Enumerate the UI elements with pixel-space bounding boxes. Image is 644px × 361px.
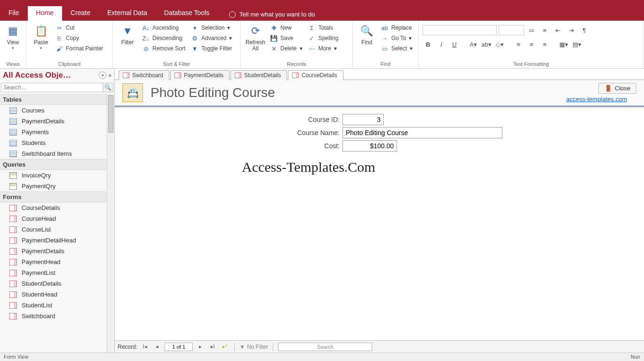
remove-sort-button[interactable]: ⊘Remove Sort — [140, 43, 187, 54]
nav-cat-queries[interactable]: Queries⌃ — [0, 159, 114, 170]
selection-button[interactable]: ▾Selection ▾ — [189, 23, 234, 33]
nav-item-courselist[interactable]: CourseList — [0, 224, 114, 235]
website-link[interactable]: access-templates.com — [566, 96, 627, 103]
copy-button[interactable]: ⎘Copy — [54, 33, 105, 43]
numbering-button[interactable]: ≡ — [539, 24, 550, 36]
select-button[interactable]: ▭Select ▾ — [379, 43, 414, 54]
nav-item-paymentlist[interactable]: PaymentList — [0, 267, 114, 278]
paste-button[interactable]: 📋 Paste ▾ — [30, 23, 52, 50]
totals-button[interactable]: ΣTotals — [306, 23, 341, 33]
align-left-button[interactable]: ≡ — [513, 39, 524, 50]
new-record-button[interactable]: ▸* — [220, 343, 230, 351]
nav-cat-forms[interactable]: Forms⌃ — [0, 192, 114, 202]
indent-decrease-button[interactable]: ⇤ — [552, 24, 564, 36]
view-button[interactable]: ▦ View ▾ — [4, 23, 22, 50]
descending-button[interactable]: Z↓Descending — [140, 33, 187, 43]
nav-item-students[interactable]: Students — [0, 137, 114, 148]
format-painter-button[interactable]: 🖌Format Painter — [54, 43, 105, 54]
tab-database-tools[interactable]: Database Tools — [156, 6, 218, 21]
tab-create[interactable]: Create — [62, 6, 99, 21]
underline-button[interactable]: U — [449, 39, 460, 50]
course-id-field[interactable] — [342, 114, 384, 125]
advanced-icon: ⚙ — [191, 35, 199, 42]
nav-search-input[interactable] — [1, 83, 103, 92]
nav-item-studentdetails[interactable]: StudentDetails — [0, 278, 114, 289]
save-button[interactable]: 💾Save — [268, 33, 304, 43]
nav-item-courses[interactable]: Courses — [0, 105, 114, 116]
font-family-combo[interactable] — [422, 25, 497, 35]
find-button[interactable]: 🔍 Find — [357, 23, 377, 46]
nav-item-coursehead[interactable]: CourseHead — [0, 213, 114, 224]
doc-tab-switchboard[interactable]: Switchboard — [119, 70, 169, 80]
bullets-button[interactable]: ≔ — [526, 24, 537, 36]
new-button[interactable]: ✚New — [268, 23, 304, 33]
nav-item-studenthead[interactable]: StudentHead — [0, 289, 114, 300]
nav-item-paymentqry[interactable]: PaymentQry — [0, 181, 114, 192]
doc-tab-studentdetails[interactable]: StudentDetails — [231, 70, 287, 80]
nav-search-button[interactable]: 🔍 — [103, 83, 113, 92]
close-button[interactable]: 🚪Close — [598, 83, 636, 94]
nav-dropdown-icon[interactable]: ▾ — [99, 72, 106, 79]
nav-collapse-button[interactable]: « — [108, 72, 111, 79]
last-record-button[interactable]: ▸I — [208, 343, 217, 351]
text-direction-button[interactable]: ¶ — [579, 24, 590, 36]
nav-item-paymentdetailhead[interactable]: PaymentDetailHead — [0, 235, 114, 246]
nav-item-paymentdetails[interactable]: PaymentDetails — [0, 246, 114, 257]
record-search-input[interactable] — [278, 343, 372, 351]
spelling-button[interactable]: ✓Spelling — [306, 33, 341, 43]
filter-indicator[interactable]: ▼No Filter — [239, 344, 268, 350]
doc-tab-paymentdetails[interactable]: PaymentDetails — [170, 70, 230, 80]
document-tabs: SwitchboardPaymentDetailsStudentDetailsC… — [115, 69, 644, 80]
record-position-field[interactable] — [165, 343, 193, 351]
cut-label: Cut — [66, 24, 75, 31]
scrollbar-thumb[interactable] — [108, 95, 113, 133]
cost-field[interactable] — [342, 140, 397, 152]
nav-item-switchboard items[interactable]: Switchboard Items — [0, 148, 114, 159]
refresh-all-button[interactable]: ⟳ Refresh All — [245, 23, 266, 52]
nav-title[interactable]: All Access Obje… — [3, 71, 99, 80]
course-name-field[interactable] — [342, 127, 502, 138]
next-record-button[interactable]: ▸ — [196, 343, 205, 351]
font-color-button[interactable]: A▾ — [468, 39, 479, 50]
align-right-button[interactable]: ≡ — [539, 39, 550, 50]
nav-scrollbar[interactable] — [107, 94, 114, 353]
tab-external-data[interactable]: External Data — [99, 6, 156, 21]
doc-tab-coursedetails[interactable]: CourseDetails — [288, 70, 343, 80]
font-size-combo[interactable] — [499, 25, 524, 35]
cut-button[interactable]: ✂Cut — [54, 23, 105, 33]
nav-item-studentlist[interactable]: StudentList — [0, 300, 114, 311]
prev-record-button[interactable]: ◂ — [152, 343, 162, 351]
ascending-button[interactable]: A↓Ascending — [140, 23, 187, 33]
more-button[interactable]: ⋯More ▾ — [306, 43, 341, 54]
goto-button[interactable]: →Go To ▾ — [379, 33, 414, 43]
delete-button[interactable]: ✕Delete ▾ — [268, 43, 304, 54]
advanced-button[interactable]: ⚙Advanced ▾ — [189, 33, 234, 43]
search-icon: 🔍 — [357, 24, 377, 39]
bold-button[interactable]: B — [422, 39, 434, 50]
nav-item-switchboard[interactable]: Switchboard — [0, 311, 114, 321]
form-icon — [9, 281, 17, 287]
toggle-filter-button[interactable]: ▼Toggle Filter — [189, 43, 234, 54]
first-record-button[interactable]: I◂ — [140, 343, 150, 351]
gridlines-button[interactable]: ▦▾ — [558, 39, 569, 50]
nav-cat-tables[interactable]: Tables⌃ — [0, 94, 114, 105]
alt-row-color-button[interactable]: ▤▾ — [571, 39, 582, 50]
nav-item-coursedetails[interactable]: CourseDetails — [0, 202, 114, 213]
nav-item-invoiceqry[interactable]: InvoiceQry — [0, 170, 114, 181]
nav-item-label: StudentList — [22, 302, 52, 309]
highlight-button[interactable]: ab▾ — [481, 39, 492, 50]
filter-button[interactable]: ▼ Filter — [117, 23, 138, 46]
replace-button[interactable]: abReplace — [379, 23, 414, 33]
nav-item-payments[interactable]: Payments — [0, 127, 114, 137]
delete-label: Delete — [280, 45, 297, 52]
nav-item-paymentdetails[interactable]: PaymentDetails — [0, 116, 114, 127]
tab-home[interactable]: Home — [28, 6, 62, 21]
nav-item-label: CourseList — [22, 226, 51, 233]
tell-me[interactable]: Tell me what you want to do — [229, 6, 315, 21]
align-center-button[interactable]: ≡ — [526, 39, 537, 50]
italic-button[interactable]: I — [436, 39, 447, 50]
indent-increase-button[interactable]: ⇥ — [565, 24, 577, 36]
nav-item-paymenthead[interactable]: PaymentHead — [0, 257, 114, 267]
tab-file[interactable]: File — [0, 6, 28, 21]
fill-color-button[interactable]: ◇▾ — [494, 39, 505, 50]
